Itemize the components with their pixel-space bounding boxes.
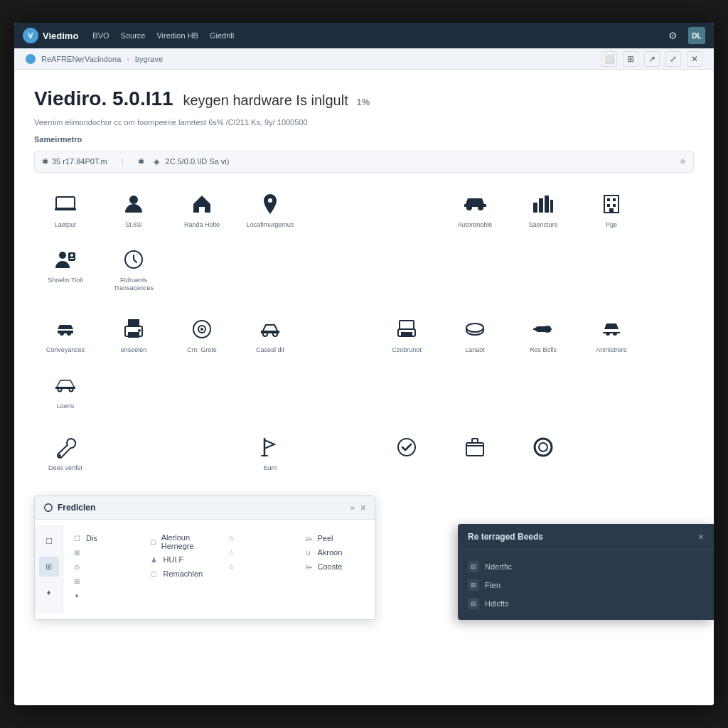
icon-saencture[interactable]: Saencture [512, 184, 574, 235]
overlay-item-star1[interactable]: ☆ [226, 531, 289, 545]
icon-conveyances[interactable]: Conveyances [34, 309, 97, 360]
page-title: Viediro. 5.0.I11 keygen hardware Is inlg… [34, 87, 370, 111]
icon-loens[interactable]: Loens [34, 365, 97, 416]
icon-enseelen[interactable]: enseelen [102, 309, 165, 360]
icon-automobile-label: Autorenoble [458, 221, 493, 229]
flag-no-icon [256, 433, 284, 461]
avatar[interactable]: DL [688, 27, 705, 44]
overlay-left-expand[interactable]: » [350, 503, 355, 512]
icon-cm-grete[interactable]: Cm: Grete [171, 309, 233, 360]
overlay-item-dis[interactable]: ☐ Dis [72, 531, 135, 545]
overlay-sidebar-settings[interactable]: ♦ [39, 582, 59, 602]
svg-rect-10 [607, 198, 610, 201]
circle-eye-icon [188, 315, 216, 343]
overlay-item-cooste-icon: ⌲ [304, 562, 314, 572]
overlay-left-content: ☐ Dis ⊞ ⊙ ⊞ [63, 525, 375, 614]
filter-right-text: 2C.5/0.0.\ID Sa vi) [166, 157, 230, 166]
icon-anmistrere[interactable]: Anmistrere [580, 309, 643, 360]
icon-eam-label: Eam [264, 464, 277, 472]
overlay-col1: ☐ Dis ⊞ ⊙ ⊞ [72, 531, 135, 602]
overlay-right-item-3[interactable]: ⊞ Hdlcfts [468, 594, 704, 613]
overlay-left-close[interactable]: × [360, 502, 366, 513]
overlay-sidebar-grid[interactable]: ⊞ [39, 557, 59, 577]
nav-item-viredion[interactable]: Viredion HB [156, 31, 198, 40]
svg-point-15 [59, 252, 66, 259]
nav-item-source[interactable]: Source [121, 31, 146, 40]
toolbar-close-btn[interactable]: ✕ [687, 51, 702, 67]
overlay-left-header: Frediclen » × [35, 496, 375, 520]
toolbar-link-btn[interactable]: ↗ [644, 51, 660, 67]
icon-res-bolls[interactable]: Res Bolls [512, 309, 574, 360]
overlay-item-star2[interactable]: ☆ [226, 545, 289, 560]
svg-rect-20 [128, 319, 139, 326]
icons-grid-row1: Laetpur St.83/ Randa Holte [34, 184, 694, 298]
icon-shoelm[interactable]: Shoelm Tiolt [34, 240, 97, 298]
svg-rect-11 [613, 198, 616, 201]
svg-point-32 [466, 323, 483, 332]
icon-automobile[interactable]: Autorenoble [444, 184, 506, 235]
main-content: Viediro. 5.0.I11 keygen hardware Is inlg… [14, 70, 714, 705]
printer2-icon [392, 315, 421, 343]
icon-circle-ring[interactable] [512, 427, 574, 478]
svg-rect-8 [550, 200, 553, 213]
overlay-right-close[interactable]: × [698, 531, 704, 542]
icon-box[interactable] [444, 427, 506, 478]
icons-grid-row2: Conveyances enseelen Cm: Grete [34, 309, 694, 416]
nav-item-bvo[interactable]: BVO [92, 31, 109, 40]
toolbar-copy-btn[interactable]: ⬜ [601, 51, 617, 67]
filter-left-icon: ✱ [42, 157, 48, 166]
icon-dees-vertlet[interactable]: Dees vertlet [34, 427, 97, 478]
overlay-item-huif[interactable]: ♟ HUI.F [149, 552, 213, 567]
home-icon [188, 190, 216, 218]
overlay-item-eye[interactable]: ⊙ [72, 560, 135, 574]
settings-button[interactable]: ⚙ [664, 27, 681, 44]
overlay-item-peel[interactable]: ⌲ Peel [304, 531, 367, 545]
svg-point-35 [58, 387, 62, 391]
icon-czobrunot[interactable]: Czobrunot [375, 309, 438, 360]
location-icon [256, 190, 284, 218]
icon-st83[interactable]: St.83/ [102, 184, 165, 235]
coin-icon [461, 315, 489, 343]
icon-cm-grete-label: Cm: Grete [187, 346, 217, 354]
svg-point-28 [273, 332, 277, 336]
overlay-item-remachlen[interactable]: ☖ Remachlen [149, 567, 213, 581]
nav-right: ⚙ DL [664, 27, 705, 44]
icon-laetpur[interactable]: Laetpur [34, 184, 97, 235]
overlay-item-grid1[interactable]: ⊞ [72, 545, 135, 560]
overlay-item-diamond[interactable]: ♦ [72, 588, 135, 602]
icon-home[interactable]: Randa Holte [171, 184, 233, 235]
icon-eam[interactable]: Eam [239, 427, 301, 478]
overlay-item-grid2[interactable]: ⊞ [72, 574, 135, 588]
overlay-item-akroon-icon: ∪ [304, 547, 314, 557]
overlay-item-alerloun[interactable]: ☖ Alerloun Hernegre [149, 531, 213, 552]
icon-checkmark[interactable] [375, 427, 438, 478]
circle-ring-icon [529, 433, 557, 461]
overlay-item-akroon[interactable]: ∪ Akroon [304, 545, 367, 560]
circle-arrow-icon [119, 245, 148, 274]
overlay-item-star3[interactable]: ☆ [226, 560, 289, 574]
icon-location[interactable]: Locafimurgemus [239, 184, 301, 235]
icon-pge-label: Pge [606, 221, 617, 229]
car5-icon [51, 371, 80, 400]
nav-logo[interactable]: V Viedimo [23, 28, 78, 43]
svg-rect-6 [539, 198, 543, 213]
icon-pge[interactable]: Pge [580, 184, 643, 235]
toolbar-expand-btn[interactable]: ⤢ [665, 51, 681, 67]
filter-bar: ✱ 35 r17.84P0T.m | ✱ ◈ 2C.5/0.0.\ID Sa v… [34, 151, 694, 173]
overlay-right-item-2[interactable]: ⊞ Ften [468, 576, 704, 594]
svg-rect-29 [400, 321, 414, 329]
toolbar-grid-btn[interactable]: ⊞ [623, 51, 638, 67]
top-nav: V Viedimo BVO Source Viredion HB Giedril… [14, 23, 714, 48]
icon-caseal[interactable]: Caseal dit [239, 309, 301, 360]
icon-ftdruents[interactable]: Ftdruents Transacences [102, 240, 165, 298]
checkmark-icon [392, 433, 421, 461]
overlay-sidebar-checkbox[interactable]: ☐ [39, 531, 59, 551]
overlay-item-cooste[interactable]: ⌲ Cooste [304, 560, 367, 574]
icon-lanaot[interactable]: Lanaot [444, 309, 506, 360]
icon-anmistrere-label: Anmistrere [596, 346, 627, 354]
nav-item-giedrill[interactable]: Giedrill [210, 31, 234, 40]
overlay-right-item-1[interactable]: ⊞ Ndertfic [468, 557, 704, 576]
overlay-item-huif-icon: ♟ [149, 555, 159, 564]
overlay-col2: ☖ Alerloun Hernegre ♟ HUI.F ☖ Remachlen [149, 531, 213, 602]
icon-caseal-label: Caseal dit [256, 346, 284, 354]
